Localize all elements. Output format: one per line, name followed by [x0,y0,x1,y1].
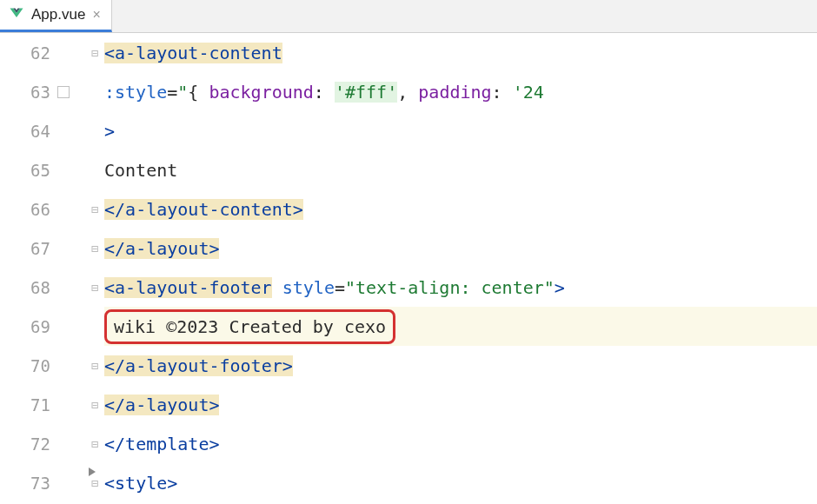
code-line[interactable]: Content [104,150,817,189]
fold-toggle-icon[interactable]: ⊟ [89,47,101,59]
line-number: 63 [0,72,87,111]
line-number: 70 [0,346,87,385]
code-line-current[interactable]: wiki ©2023 Created by cexo [104,307,817,346]
fold-end-icon[interactable]: ⊟ [89,399,101,411]
line-number: 62 [0,33,87,72]
fold-end-icon[interactable]: ⊟ [89,438,101,450]
close-icon[interactable]: × [92,8,100,22]
code-line[interactable]: :style="{ background: '#fff', padding: '… [104,72,817,111]
vue-file-icon [9,8,24,22]
code-editor[interactable]: 62 63 64 65 66 67 68 69 70 71 72 73 ⊟ ⊟ … [0,33,817,504]
code-line[interactable]: <style> [104,463,817,502]
line-number: 68 [0,268,87,307]
file-tab[interactable]: App.vue × [0,0,112,32]
breakpoint-marker[interactable] [57,86,70,98]
fold-end-icon[interactable]: ⊟ [89,242,101,255]
code-line[interactable]: <a-layout-content [104,33,817,72]
line-number-gutter: 62 63 64 65 66 67 68 69 70 71 72 73 [0,33,87,504]
line-number: 64 [0,111,87,150]
highlighted-text: wiki ©2023 Created by cexo [104,309,395,344]
code-line[interactable]: </a-layout> [104,385,817,424]
expand-arrow-icon[interactable] [89,468,96,476]
code-line[interactable]: <a-layout-footer style="text-align: cent… [104,268,817,307]
code-area[interactable]: <a-layout-content :style="{ background: … [104,33,817,504]
line-number: 67 [0,229,87,268]
fold-end-icon[interactable]: ⊟ [89,360,101,372]
line-number: 66 [0,189,87,229]
line-number: 69 [0,307,87,346]
fold-strip: ⊟ ⊟ ⊟ ⊟ ⊟ ⊟ ⊟ ⊟ [87,33,104,504]
code-line[interactable]: </a-layout> [104,229,817,268]
line-number: 72 [0,424,87,463]
fold-toggle-icon[interactable]: ⊟ [89,477,101,489]
tab-bar: App.vue × [0,0,817,33]
fold-toggle-icon[interactable]: ⊟ [89,282,101,294]
tab-filename: App.vue [31,6,85,23]
line-number: 71 [0,385,87,424]
fold-end-icon[interactable]: ⊟ [89,203,101,216]
code-line[interactable]: </a-layout-content> [104,189,817,229]
code-line[interactable]: > [104,111,817,150]
line-number: 65 [0,150,87,189]
line-number: 73 [0,463,87,502]
code-line[interactable]: </template> [104,424,817,463]
code-line[interactable]: </a-layout-footer> [104,346,817,385]
